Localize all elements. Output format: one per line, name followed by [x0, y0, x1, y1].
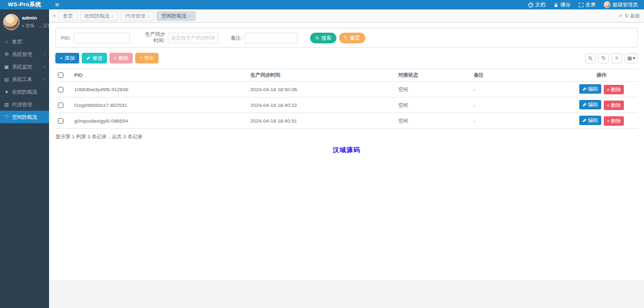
user-meta: admin ● 在线 → 注销 [22, 14, 46, 30]
row-edit-button[interactable]: 编辑 [579, 116, 601, 125]
add-button-label: 添加 [65, 55, 75, 62]
add-button[interactable]: + 添加 [55, 53, 79, 63]
row-edit-button[interactable]: 编辑 [579, 84, 601, 94]
header-action: 操作 [565, 69, 638, 82]
tools-icon: ▤ [4, 77, 9, 82]
tab-online-sessions[interactable]: 在线防截流 ○ [80, 11, 118, 21]
gear-icon: ⚙ [4, 52, 9, 57]
pid-input[interactable] [74, 33, 130, 43]
note-label: 备注: [231, 35, 242, 41]
sidebar-toggle-icon[interactable]: ≡ [55, 2, 59, 8]
refresh-label: 刷新 [630, 13, 640, 19]
sidebar-item-home[interactable]: ⌂ 首页 [0, 35, 49, 48]
cell-status: 空闲 [396, 82, 471, 97]
table-view-toggle[interactable]: ≡ [611, 53, 622, 63]
fullscreen-icon [579, 3, 584, 8]
delete-button[interactable]: × 删除 [109, 53, 133, 63]
table-controls: ↻ ≡ ▦ ▾ [585, 53, 638, 63]
table-header-row: PID 生产同步时间 对接状态 备注 操作 [55, 69, 638, 82]
table-search-toggle[interactable] [585, 53, 596, 63]
pencil-icon [582, 102, 587, 107]
docs-label: 文档 [535, 1, 545, 8]
search-panel: PID: 生产同步时间: 备注: [55, 28, 638, 48]
user-menu[interactable]: 超级管理员 [604, 1, 638, 8]
sidebar-item-label: 首页 [12, 38, 22, 45]
sidebar-item-system-tools[interactable]: ▤ 系统工具 › [0, 73, 49, 85]
columns-icon: ▦ [627, 55, 632, 61]
pencil-icon [582, 118, 587, 123]
table-columns-dropdown[interactable]: ▦ ▾ [625, 53, 638, 63]
cell-note: - [471, 82, 565, 97]
tab-bar: « 首页 在线防截流 ○ 代理管理 ○ 空闲防截流 ○ » [49, 9, 644, 23]
sidebar-item-system-management[interactable]: ⚙ 系统管理 › [0, 48, 49, 60]
sidebar-item-online-sessions[interactable]: ♥ 在线防截流 [0, 85, 49, 98]
table-row: g0nqoo8exigy6l-086654 2024-04-18 18:40:5… [55, 113, 638, 129]
cell-time: 2024-04-18 18:50:06 [248, 82, 396, 97]
tab-close-icon[interactable]: ○ [147, 14, 150, 18]
row-delete-button[interactable]: × 删除 [604, 116, 625, 126]
question-icon: ? [528, 3, 533, 8]
cell-time: 2024-04-18 18:40:22 [248, 97, 396, 113]
reset-button[interactable]: ↻ 重置 [339, 33, 365, 43]
avatar[interactable] [3, 14, 19, 30]
note-input[interactable] [245, 33, 297, 43]
tab-home[interactable]: 首页 [58, 11, 77, 21]
pagination-summary: 显示第 1 到第 3 条记录，总共 3 条记录 [55, 133, 638, 140]
topbar-menu: ? 文档 缓存 全屏 超级管理员 [528, 1, 644, 8]
cell-time: 2024-04-18 18:40:51 [248, 113, 396, 129]
cache-menu-item[interactable]: 缓存 [553, 1, 570, 8]
row-checkbox[interactable] [58, 102, 64, 108]
toolbar-buttons: + 添加 修改 × 删除 [55, 53, 158, 63]
chevron-right-icon: › [43, 77, 45, 82]
fullscreen-menu-item[interactable]: 全屏 [579, 1, 596, 8]
row-edit-label: 编辑 [588, 101, 598, 108]
tab-proxy-management[interactable]: 代理管理 ○ [121, 11, 154, 21]
sidebar-user-name[interactable]: admin [22, 15, 46, 21]
tab-idle-sessions[interactable]: 空闲防截流 ○ [157, 11, 195, 21]
row-checkbox[interactable] [58, 87, 64, 92]
tab-close-icon[interactable]: ○ [188, 14, 191, 18]
app-window: WS-Pro系统 ≡ ? 文档 缓存 全屏 超级 [0, 0, 644, 308]
row-checkbox[interactable] [58, 118, 64, 124]
x-icon: × [114, 55, 117, 61]
docs-menu-item[interactable]: ? 文档 [528, 1, 545, 8]
heart-icon: ♥ [4, 89, 9, 95]
topbar: WS-Pro系统 ≡ ? 文档 缓存 全屏 超级 [0, 0, 644, 9]
user-avatar [604, 1, 611, 8]
tab-refresh-button[interactable]: ↻ 刷新 [625, 13, 640, 19]
cell-pid: g0nqoo8exigy6l-086654 [72, 113, 248, 129]
row-edit-button[interactable]: 编辑 [579, 100, 601, 109]
tab-label: 空闲防截流 [161, 13, 186, 19]
note-field-group: 备注: [231, 33, 297, 43]
cell-pid: f1egd9bb5dcz7-602931 [72, 97, 248, 113]
table-refresh-button[interactable]: ↻ [598, 53, 609, 63]
home-icon: ⌂ [4, 39, 9, 45]
sidebar-item-idle-sessions[interactable]: ♡ 空闲防截流 [0, 111, 49, 123]
pencil-icon [86, 56, 91, 60]
modify-button[interactable]: 修改 [82, 53, 107, 63]
search-icon [588, 56, 593, 61]
sidebar-item-system-monitor[interactable]: ▣ 系统监控 › [0, 60, 49, 73]
sidebar-item-label: 系统管理 [12, 51, 32, 58]
time-input[interactable] [168, 33, 218, 43]
lock-icon [553, 3, 558, 8]
select-all-checkbox[interactable] [58, 72, 64, 78]
cell-status: 空闲 [396, 97, 471, 113]
row-delete-button[interactable]: × 删除 [604, 85, 625, 94]
refresh-icon: ↻ [625, 13, 629, 19]
search-button[interactable]: 搜索 [310, 33, 336, 43]
users-icon: ▥ [4, 102, 9, 107]
row-delete-button[interactable]: × 删除 [604, 101, 625, 110]
export-button[interactable]: ↑ 导出 [135, 53, 158, 63]
cell-pid: 10b54bw3y45f6-912646 [72, 82, 248, 97]
online-status: ● 在线 [22, 23, 35, 29]
data-table: PID 生产同步时间 对接状态 备注 操作 10b54bw3y45f6-9126… [55, 69, 638, 129]
sidebar-item-label: 空闲防截流 [12, 114, 37, 121]
row-delete-label: 删除 [611, 86, 621, 93]
time-label: 生产同步时间: [143, 31, 165, 44]
tabs-scroll-left-icon[interactable]: « [53, 13, 56, 19]
search-icon [315, 36, 319, 40]
tab-close-icon[interactable]: ○ [111, 14, 114, 18]
sidebar-item-proxy-management[interactable]: ▥ 代理管理 [0, 98, 49, 111]
tabs-scroll-right-icon[interactable]: » [619, 13, 622, 19]
